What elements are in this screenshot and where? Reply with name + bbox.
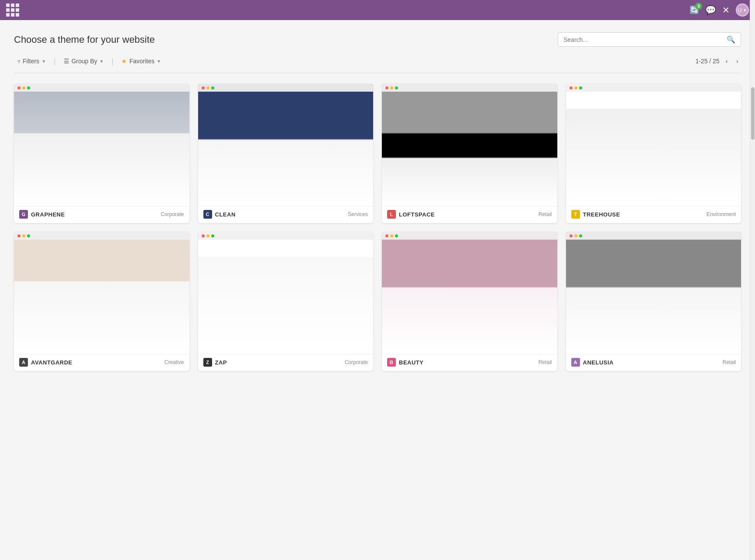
theme-card-beauty[interactable]: B BEAUTY Retail [382,232,557,371]
theme-card-clean[interactable]: C CLEAN Services [198,84,374,223]
theme-card-graphene[interactable]: G GRAPHENE Corporate [14,84,189,223]
theme-preview-anelusia [566,232,741,354]
group-by-caret-icon: ▼ [100,59,104,64]
theme-info-loftspace: L LOFTSPACE Retail [382,206,557,223]
browser-chrome [198,84,374,92]
theme-info-clean: C CLEAN Services [198,206,374,223]
theme-name-avantgarde: AVANTGARDE [31,359,72,366]
favorites-caret-icon: ▼ [157,59,161,64]
theme-logo-beauty: B [387,358,396,367]
theme-logo-loftspace: L [387,210,396,219]
theme-logo-avantgarde: A [19,358,28,367]
theme-name-graphene: GRAPHENE [31,211,65,218]
theme-card-avantgarde[interactable]: A AVANTGARDE Creative [14,232,189,371]
search-bar: 🔍 [558,32,741,47]
theme-logo-treehouse: T [571,210,580,219]
theme-category-zap: Corporate [345,359,368,365]
browser-chrome [566,84,741,92]
page-title: Choose a theme for your website [14,34,155,45]
theme-logo-clean: C [203,210,212,219]
theme-logo-graphene: G [19,210,28,219]
theme-card-loftspace[interactable]: L LOFTSPACE Retail [382,84,557,223]
theme-name-loftspace: LOFTSPACE [399,211,435,218]
theme-name-wrap: Z ZAP [203,358,227,367]
theme-card-anelusia[interactable]: A ANELUSIA Retail [566,232,741,371]
theme-card-zap[interactable]: Z ZAP Corporate [198,232,374,371]
theme-info-zap: Z ZAP Corporate [198,354,374,371]
group-by-label: Group By [72,58,97,65]
prev-page-button[interactable]: ‹ [723,56,731,66]
theme-info-avantgarde: A AVANTGARDE Creative [14,354,189,371]
theme-preview-clean [198,84,374,206]
theme-logo-zap: Z [203,358,212,367]
favorites-star-icon: ★ [121,58,127,65]
theme-name-wrap: L LOFTSPACE [387,210,435,219]
close-icon[interactable]: ✕ [722,5,730,15]
theme-info-anelusia: A ANELUSIA Retail [566,354,741,371]
separator-1: | [54,57,56,66]
theme-grid: G GRAPHENE Corporate C CLEAN Services [14,84,741,371]
theme-name-clean: CLEAN [215,211,236,218]
next-page-button[interactable]: › [734,56,741,66]
scrollbar-track[interactable] [750,0,755,380]
theme-name-wrap: G GRAPHENE [19,210,65,219]
theme-category-loftspace: Retail [539,211,552,217]
search-icon: 🔍 [727,35,735,44]
browser-chrome [566,232,741,240]
theme-name-wrap: A AVANTGARDE [19,358,72,367]
topbar: 🔄 9 💬 ✕ U ▼ [0,0,755,20]
theme-card-treehouse[interactable]: T TREEHOUSE Environment [566,84,741,223]
filter-bar-left: ▿ Filters ▼ | ☰ Group By ▼ | ★ Favorites… [14,55,165,67]
pagination-text: 1-25 / 25 [695,58,719,65]
theme-category-beauty: Retail [539,359,552,365]
theme-preview-beauty [382,232,557,354]
theme-category-anelusia: Retail [722,359,736,365]
filters-caret-icon: ▼ [41,59,46,64]
updates-icon[interactable]: 🔄 9 [690,5,699,15]
chat-icon[interactable]: 💬 [705,5,716,15]
updates-badge: 9 [695,3,702,10]
theme-logo-anelusia: A [571,358,580,367]
separator-2: | [112,57,114,66]
theme-category-clean: Services [348,211,368,217]
theme-name-zap: ZAP [215,359,227,366]
favorites-button[interactable]: ★ Favorites ▼ [118,55,164,67]
apps-menu-icon[interactable] [6,3,19,17]
favorites-label: Favorites [129,58,154,65]
group-by-button[interactable]: ☰ Group By ▼ [60,55,107,67]
theme-name-beauty: BEAUTY [399,359,423,366]
topbar-left [6,3,19,17]
browser-chrome [14,232,189,240]
filters-button[interactable]: ▿ Filters ▼ [14,55,49,67]
theme-category-treehouse: Environment [707,211,736,217]
filters-label: Filters [23,58,39,65]
theme-preview-loftspace [382,84,557,206]
browser-chrome [14,84,189,92]
theme-preview-graphene [14,84,189,206]
browser-chrome [382,232,557,240]
browser-chrome [198,232,374,240]
theme-name-anelusia: ANELUSIA [583,359,614,366]
theme-preview-treehouse [566,84,741,206]
theme-info-treehouse: T TREEHOUSE Environment [566,206,741,223]
theme-name-wrap: A ANELUSIA [571,358,614,367]
theme-category-graphene: Corporate [161,211,184,217]
main-content: Choose a theme for your website 🔍 ▿ Filt… [0,20,755,380]
filter-bar: ▿ Filters ▼ | ☰ Group By ▼ | ★ Favorites… [14,55,741,73]
theme-category-avantgarde: Creative [165,359,184,365]
pagination-info: 1-25 / 25 ‹ › [695,56,741,66]
topbar-right: 🔄 9 💬 ✕ U ▼ [690,3,749,17]
theme-name-wrap: B BEAUTY [387,358,423,367]
theme-preview-zap [198,232,374,354]
theme-name-wrap: T TREEHOUSE [571,210,620,219]
theme-info-graphene: G GRAPHENE Corporate [14,206,189,223]
theme-preview-avantgarde [14,232,189,354]
theme-name-wrap: C CLEAN [203,210,236,219]
user-avatar[interactable]: U ▼ [736,3,749,17]
scrollbar-thumb[interactable] [751,87,755,140]
page-header: Choose a theme for your website 🔍 [14,32,741,47]
browser-chrome [382,84,557,92]
search-input[interactable] [563,36,723,43]
theme-info-beauty: B BEAUTY Retail [382,354,557,371]
filter-funnel-icon: ▿ [17,58,21,65]
